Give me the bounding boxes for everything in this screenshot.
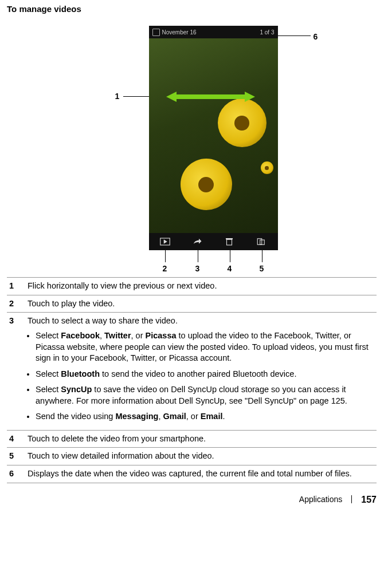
text: ,: [100, 331, 104, 340]
def-text: Touch to select a way to share the video…: [25, 313, 377, 431]
def-number: 5: [7, 448, 25, 465]
play-icon: [160, 238, 170, 246]
text: Select: [36, 331, 61, 340]
def-text: Touch to view detailed information about…: [25, 448, 377, 465]
def-number: 1: [7, 278, 25, 295]
def-text: Touch to delete the video from your smar…: [25, 430, 377, 448]
svg-rect-2: [227, 240, 232, 246]
annotated-figure: 1 6 2 3 4 5 November 16 1 of 3: [32, 23, 352, 275]
callout-label-6: 6: [313, 31, 318, 42]
def-text: Displays the date when the video was cap…: [25, 465, 377, 483]
callout-label-1: 1: [115, 91, 120, 102]
svg-rect-3: [226, 238, 233, 239]
app-name: SyncUp: [61, 385, 92, 394]
app-name: Bluetooth: [61, 369, 100, 378]
swipe-arrow-icon: [166, 92, 255, 102]
delete-icon: [224, 238, 234, 246]
footer-page-number: 157: [361, 494, 377, 506]
phone-actionbar: [149, 233, 278, 250]
app-name: Twitter: [104, 331, 131, 340]
flower-graphic: [261, 161, 273, 174]
text: Select: [36, 369, 61, 378]
app-name: Gmail: [163, 412, 186, 421]
page-footer: Applications 157: [7, 494, 377, 506]
manual-page: To manage videos 1 6 2 3 4 5 November 16…: [0, 0, 388, 511]
def-number: 4: [7, 430, 25, 448]
app-name: Picassa: [146, 331, 177, 340]
list-item: Select Facebook, Twitter, or Picassa to …: [36, 330, 374, 364]
list-item: Select SyncUp to save the video on Dell …: [36, 384, 374, 407]
list-item: Send the video using Messaging, Gmail, o…: [36, 411, 374, 423]
svg-rect-5: [260, 240, 265, 244]
info-icon: [256, 238, 266, 246]
footer-divider: [351, 495, 352, 503]
def-text: Touch to play the video.: [25, 295, 377, 313]
text: Select: [36, 385, 61, 394]
callout-label-4: 4: [228, 263, 232, 274]
callout-label-5: 5: [260, 263, 264, 274]
table-row: 4 Touch to delete the video from your sm…: [7, 430, 377, 448]
statusbar-counter: 1 of 3: [260, 29, 274, 37]
text: .: [222, 412, 225, 421]
table-row: 6 Displays the date when the video was c…: [7, 465, 377, 483]
footer-section-name: Applications: [299, 494, 343, 505]
svg-marker-1: [163, 240, 167, 244]
text: , or: [131, 331, 146, 340]
callout-definitions-table: 1 Flick horizontally to view the previou…: [7, 277, 377, 483]
table-row: 1 Flick horizontally to view the previou…: [7, 278, 377, 295]
share-options-list: Select Facebook, Twitter, or Picassa to …: [28, 330, 374, 423]
def-number: 3: [7, 313, 25, 431]
video-thumbnail: [149, 38, 278, 233]
phone-statusbar: November 16 1 of 3: [149, 26, 278, 38]
share-icon: [192, 238, 202, 246]
app-name: Messaging: [115, 412, 158, 421]
def-text: Flick horizontally to view the previous …: [25, 278, 377, 295]
flower-graphic: [181, 159, 232, 210]
svg-rect-4: [258, 239, 262, 245]
flower-graphic: [218, 98, 266, 147]
table-row: 5 Touch to view detailed information abo…: [7, 448, 377, 465]
list-item: Select Bluetooth to send the video to an…: [36, 369, 374, 380]
phone-mockup: November 16 1 of 3: [149, 26, 278, 250]
callout-label-2: 2: [163, 263, 167, 274]
calendar-icon: [152, 29, 160, 36]
table-row: 2 Touch to play the video.: [7, 295, 377, 313]
text: to send the video to another paired Blue…: [100, 369, 296, 378]
leader-line: [275, 35, 311, 36]
def-number: 2: [7, 295, 25, 313]
def-intro: Touch to select a way to share the video…: [28, 316, 178, 325]
app-name: Facebook: [61, 331, 100, 340]
def-number: 6: [7, 465, 25, 483]
statusbar-date: November 16: [162, 29, 197, 37]
section-heading: To manage videos: [7, 3, 377, 15]
app-name: Email: [201, 412, 223, 421]
callout-label-3: 3: [195, 263, 200, 274]
text: Send the video using: [36, 412, 115, 421]
table-row: 3 Touch to select a way to share the vid…: [7, 313, 377, 431]
text: , or: [186, 412, 201, 421]
